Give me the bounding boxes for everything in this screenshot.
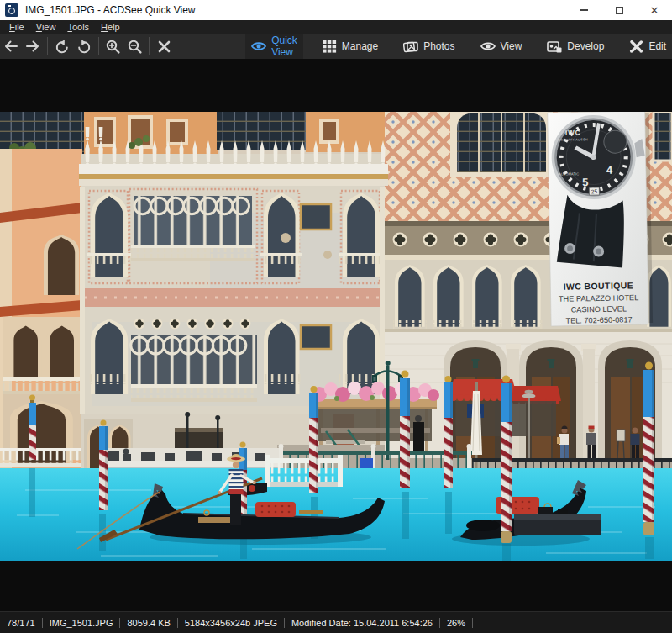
- develop-icon: [547, 40, 562, 53]
- watch-date-text: 25: [591, 188, 598, 194]
- status-bar: 78/171 IMG_1501.JPG 8059.4 KB 5184x3456x…: [0, 611, 672, 633]
- image-viewer-area: IWC SCHAFFHAUSEN AUTOMATIC 4 5 25 IWC BO…: [0, 59, 672, 611]
- tab-develop[interactable]: Develop: [541, 34, 610, 59]
- minimize-icon: [580, 9, 588, 11]
- toolbar-separator: [47, 37, 48, 55]
- view-eye-icon: [480, 40, 496, 52]
- tab-label: Manage: [342, 40, 378, 52]
- tab-photos[interactable]: Photos: [397, 34, 460, 59]
- manage-grid-icon: [323, 40, 337, 53]
- camera-lens-glyph: [8, 8, 15, 14]
- watch-automatic-text: AUTOMATIC: [559, 171, 579, 176]
- watch-numeral-5: 5: [582, 176, 588, 188]
- maximize-button[interactable]: [601, 0, 637, 20]
- mooring-pole: [400, 371, 410, 489]
- iwc-billboard: IWC SCHAFFHAUSEN AUTOMATIC 4 5 25 IWC BO…: [548, 112, 653, 326]
- watch-brand-sub-text: SCHAFFHAUSEN: [558, 138, 588, 142]
- forward-arrow-icon: [25, 39, 40, 54]
- mooring-pole: [643, 362, 654, 536]
- app-camera-icon: [5, 3, 18, 17]
- zoom-out-icon: [127, 39, 143, 55]
- mooring-pole: [309, 386, 318, 493]
- close-viewer-button[interactable]: [154, 35, 174, 57]
- camera-flash-glyph: [8, 5, 11, 7]
- mode-tabs: Quick View Manage: [245, 34, 672, 59]
- billboard-line-2: THE PALAZZO HOTEL: [559, 293, 638, 303]
- edit-tools-icon: [629, 40, 643, 53]
- quick-view-eye-icon: [251, 40, 266, 53]
- menu-help[interactable]: Help: [95, 22, 126, 32]
- close-x-icon: [156, 39, 172, 55]
- toolbar-separator: [98, 37, 99, 55]
- back-arrow-icon: [3, 39, 18, 54]
- toolbar: Quick View Manage: [0, 34, 672, 59]
- status-modified-date: Modified Date: 15.04.2011 6:54:26: [285, 618, 440, 628]
- white-balustrade-platform: [265, 455, 343, 487]
- window-controls: ✕: [566, 0, 672, 20]
- photo-canvas-venetian-gondolas[interactable]: IWC SCHAFFHAUSEN AUTOMATIC 4 5 25 IWC BO…: [0, 112, 672, 561]
- tab-edit[interactable]: Edit: [623, 34, 672, 59]
- rotate-right-button[interactable]: [74, 35, 94, 57]
- rotate-left-button[interactable]: [52, 35, 72, 57]
- mooring-pole: [444, 376, 453, 488]
- red-tufted-seat: [255, 502, 296, 517]
- tab-label: View: [501, 40, 522, 52]
- status-image-index: 78/171: [7, 618, 43, 628]
- tab-quick-view[interactable]: Quick View: [245, 34, 303, 59]
- status-filename: IMG_1501.JPG: [43, 618, 121, 628]
- menu-bar: File View Tools Help: [0, 20, 672, 34]
- billboard-line-4: TEL. 702-650-0817: [565, 315, 632, 324]
- rotate-ccw-icon: [55, 39, 70, 54]
- tab-view[interactable]: View: [475, 34, 528, 59]
- rotate-cw-icon: [76, 39, 92, 54]
- close-button[interactable]: ✕: [637, 0, 672, 20]
- mooring-pole: [29, 395, 36, 461]
- close-icon: ✕: [650, 5, 659, 16]
- previous-image-button[interactable]: [1, 35, 21, 57]
- minimize-button[interactable]: [566, 0, 601, 20]
- menu-tools[interactable]: Tools: [61, 22, 95, 32]
- tab-label: Develop: [567, 40, 604, 52]
- menu-file[interactable]: File: [3, 22, 30, 32]
- mooring-pole: [501, 376, 512, 544]
- tab-label: Edit: [648, 40, 666, 52]
- status-zoom-level: 26%: [440, 618, 473, 628]
- zoom-in-button[interactable]: [102, 35, 123, 57]
- next-image-button[interactable]: [23, 35, 43, 57]
- watch-numeral-4: 4: [606, 164, 613, 177]
- title-bar: IMG_1501.JPG - ACDSee Quick View ✕: [0, 0, 672, 20]
- zoom-in-icon: [105, 39, 121, 55]
- menu-view[interactable]: View: [30, 22, 62, 32]
- billboard-line-3: CASINO LEVEL: [571, 304, 627, 314]
- acdsee-quick-view-window: IMG_1501.JPG - ACDSee Quick View ✕ File …: [0, 0, 672, 633]
- billboard-line-1: IWC BOUTIQUE: [563, 280, 633, 291]
- tab-manage[interactable]: Manage: [317, 34, 384, 59]
- cafe-dock-edge: [99, 448, 279, 470]
- tab-label: Photos: [423, 40, 454, 52]
- mooring-pole: [99, 420, 108, 511]
- status-dimensions: 5184x3456x24b JPEG: [178, 618, 285, 628]
- watch-brand-text: IWC: [565, 129, 581, 136]
- status-filesize: 8059.4 KB: [120, 618, 177, 628]
- toolbar-separator: [149, 37, 150, 55]
- upper-loggia: [131, 196, 255, 261]
- photos-stack-icon: [403, 40, 418, 53]
- window-title: IMG_1501.JPG - ACDSee Quick View: [25, 4, 196, 16]
- tab-label: Quick View: [271, 34, 297, 58]
- maximize-icon: [616, 7, 623, 14]
- zoom-out-button[interactable]: [124, 35, 144, 57]
